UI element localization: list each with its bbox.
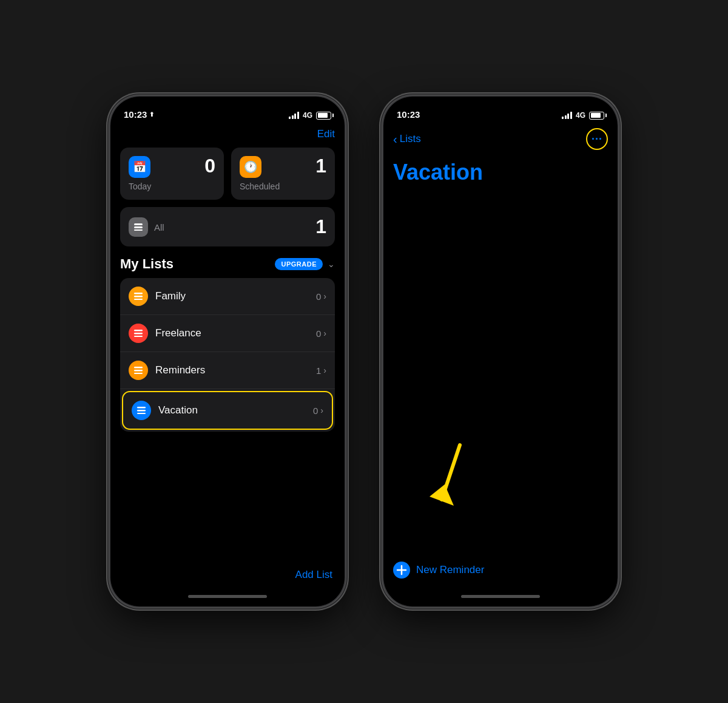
freelance-chevron-icon: › — [323, 328, 326, 338]
signal-bar-4 — [297, 112, 299, 119]
network-type-2: 4G — [576, 111, 585, 120]
all-icon — [129, 217, 148, 237]
location-icon-1: ⬆ — [149, 111, 154, 118]
my-lists-header: My Lists UPGRADE ⌄ — [120, 256, 335, 272]
signal-bars-2 — [562, 112, 572, 119]
home-indicator-1 — [110, 586, 345, 606]
svg-rect-8 — [134, 336, 143, 337]
lists-container: Family 0 › Freelance 0 › — [120, 278, 335, 432]
all-card[interactable]: All 1 — [120, 207, 335, 246]
all-label: All — [154, 222, 164, 233]
svg-rect-5 — [134, 299, 143, 300]
svg-rect-1 — [134, 226, 143, 228]
screen-content-2: ‹ Lists ··· Vacation — [383, 123, 618, 586]
reminders-count: 1 — [316, 365, 321, 376]
back-chevron-icon: ‹ — [393, 132, 397, 146]
svg-rect-4 — [134, 296, 143, 297]
scheduled-icon: 🕐 — [240, 156, 261, 178]
vacation-label: Vacation — [158, 404, 313, 416]
signal-bar-1 — [289, 117, 291, 119]
time-display-2: 10:23 — [397, 109, 420, 120]
reminders-chevron-icon: › — [323, 365, 326, 375]
list-item-vacation[interactable]: Vacation 0 › — [123, 392, 332, 429]
list-item-family[interactable]: Family 0 › — [120, 278, 335, 315]
list-item-reminders[interactable]: Reminders 1 › — [120, 352, 335, 389]
freelance-count: 0 — [316, 328, 321, 339]
reminders-label: Reminders — [155, 364, 316, 376]
list-item-freelance[interactable]: Freelance 0 › — [120, 315, 335, 352]
edit-button[interactable]: Edit — [317, 128, 335, 140]
signal-bar-2-2 — [565, 115, 567, 119]
svg-rect-2 — [134, 229, 143, 231]
today-card[interactable]: 📅 0 Today — [120, 148, 224, 200]
today-icon: 📅 — [129, 156, 150, 178]
status-icons-2: 4G — [562, 111, 604, 120]
svg-rect-0 — [134, 223, 143, 225]
new-reminder-bar: New Reminder — [393, 554, 608, 586]
svg-rect-12 — [137, 407, 146, 409]
scheduled-card[interactable]: 🕐 1 Scheduled — [231, 148, 335, 200]
add-list-button[interactable]: Add List — [295, 569, 332, 581]
upgrade-button[interactable]: UPGRADE — [275, 258, 323, 270]
new-reminder-icon — [393, 562, 410, 579]
vacation-chevron-icon: › — [320, 406, 323, 415]
phone-screen-2: 10:23 4G — [383, 97, 618, 606]
status-icons-1: 4G — [289, 111, 331, 120]
vacation-icon — [132, 401, 151, 420]
signal-bar-2-4 — [570, 112, 572, 119]
phone-2: 10:23 4G — [382, 95, 619, 608]
freelance-label: Freelance — [155, 327, 316, 339]
phone-1: 10:23 ⬆ 4G — [109, 95, 346, 608]
back-label: Lists — [400, 133, 421, 145]
svg-rect-3 — [134, 293, 143, 294]
today-label: Today — [129, 182, 215, 191]
all-count: 1 — [315, 216, 326, 238]
back-button[interactable]: ‹ Lists — [393, 132, 421, 146]
scheduled-label: Scheduled — [240, 182, 326, 191]
scheduled-card-header: 🕐 1 — [240, 156, 326, 178]
home-bar-2 — [461, 595, 540, 598]
svg-rect-6 — [134, 330, 143, 331]
vacation-highlight-border: Vacation 0 › — [122, 391, 333, 430]
svg-rect-10 — [134, 370, 143, 372]
screen-content-1: Edit 📅 0 Today 🕐 1 — [110, 123, 345, 586]
battery-icon-2 — [589, 112, 604, 120]
time-display-1: 10:23 — [124, 109, 147, 120]
new-reminder-label[interactable]: New Reminder — [416, 564, 484, 576]
signal-bar-3 — [294, 114, 296, 119]
family-icon — [129, 287, 148, 306]
content-area — [393, 195, 608, 554]
svg-marker-16 — [430, 484, 454, 506]
my-lists-actions: UPGRADE ⌄ — [275, 258, 335, 270]
smart-lists-grid: 📅 0 Today 🕐 1 Scheduled — [120, 148, 335, 200]
status-time-2: 10:23 — [397, 109, 420, 120]
nav-bar: ‹ Lists ··· — [393, 123, 608, 155]
more-dots-icon: ··· — [592, 133, 602, 146]
signal-bar-2-1 — [562, 117, 564, 119]
more-btn-wrapper: ··· — [586, 128, 608, 150]
network-type-1: 4G — [303, 111, 312, 120]
battery-icon-1 — [316, 112, 331, 120]
svg-rect-13 — [137, 410, 146, 412]
family-count: 0 — [316, 291, 321, 302]
home-indicator-2 — [383, 586, 618, 606]
chevron-down-icon: ⌄ — [328, 259, 335, 269]
reminders-icon — [129, 361, 148, 380]
signal-bar-2-3 — [567, 114, 569, 119]
phone-screen-1: 10:23 ⬆ 4G — [110, 97, 345, 606]
more-button[interactable]: ··· — [586, 128, 608, 150]
add-list-bar: Add List — [120, 559, 335, 586]
my-lists-title: My Lists — [120, 256, 174, 272]
signal-bars-1 — [289, 112, 299, 119]
vacation-count: 0 — [313, 406, 318, 416]
svg-rect-14 — [137, 413, 146, 414]
svg-rect-11 — [134, 373, 143, 374]
yellow-arrow-icon — [423, 439, 484, 518]
svg-rect-9 — [134, 367, 143, 368]
battery-fill-1 — [318, 113, 328, 118]
battery-fill-2 — [591, 113, 601, 118]
today-card-header: 📅 0 — [129, 156, 215, 178]
phone-frame-1: 10:23 ⬆ 4G — [109, 95, 346, 608]
notch-1 — [182, 97, 273, 114]
family-chevron-icon: › — [323, 291, 326, 301]
